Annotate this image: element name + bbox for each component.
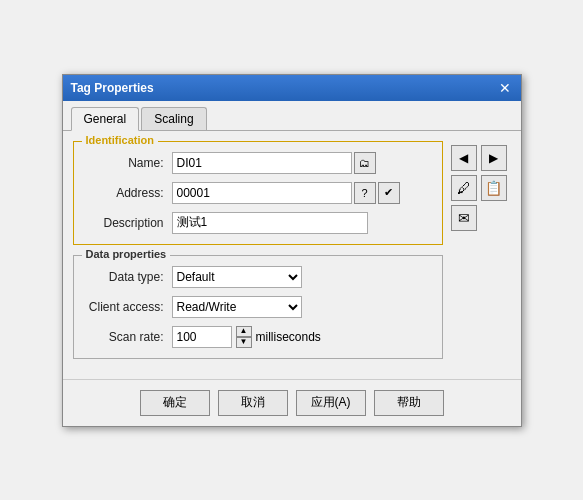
data-type-select[interactable]: Default Boolean Integer Float String	[172, 266, 302, 288]
footer: 确定 取消 应用(A) 帮助	[63, 379, 521, 426]
mail-row: ✉	[451, 205, 511, 231]
tag-edit-icon: 🖊	[457, 180, 471, 196]
description-input[interactable]	[172, 212, 368, 234]
address-field-container: ? ✔	[172, 182, 400, 204]
question-icon: ?	[361, 187, 367, 199]
nav-left-button[interactable]: ◀	[451, 145, 477, 171]
scan-rate-unit: milliseconds	[256, 330, 321, 344]
close-button[interactable]: ✕	[497, 81, 513, 95]
title-bar: Tag Properties ✕	[63, 75, 521, 101]
copy-icon: 📋	[485, 180, 502, 196]
dialog-title: Tag Properties	[71, 81, 154, 95]
identification-title: Identification	[82, 134, 158, 146]
spin-down-button[interactable]: ▼	[236, 337, 252, 348]
client-access-label: Client access:	[84, 300, 164, 314]
nav-left-icon: ◀	[459, 151, 468, 165]
database-icon: 🗂	[359, 157, 370, 169]
data-type-label: Data type:	[84, 270, 164, 284]
tab-bar: General Scaling	[63, 101, 521, 131]
tag-edit-button[interactable]: 🖊	[451, 175, 477, 201]
help-button[interactable]: 帮助	[374, 390, 444, 416]
identification-group: Identification Name: 🗂 Address:	[73, 141, 443, 245]
confirm-button[interactable]: 确定	[140, 390, 210, 416]
description-row: Description	[84, 212, 432, 234]
address-input[interactable]	[172, 182, 352, 204]
check-icon: ✔	[384, 186, 393, 199]
nav-right-icon: ▶	[489, 151, 498, 165]
address-label: Address:	[84, 186, 164, 200]
left-panel: Identification Name: 🗂 Address:	[73, 141, 443, 369]
spin-up-button[interactable]: ▲	[236, 326, 252, 337]
nav-right-button[interactable]: ▶	[481, 145, 507, 171]
data-properties-title: Data properties	[82, 248, 171, 260]
description-label: Description	[84, 216, 164, 230]
nav-buttons-row: ◀ ▶	[451, 145, 511, 171]
name-row: Name: 🗂	[84, 152, 432, 174]
client-access-select[interactable]: Read/Write Read Only Write Only	[172, 296, 302, 318]
scan-rate-container: ▲ ▼ milliseconds	[172, 326, 321, 348]
name-field-container: 🗂	[172, 152, 376, 174]
address-row: Address: ? ✔	[84, 182, 432, 204]
name-input[interactable]	[172, 152, 352, 174]
main-content: Identification Name: 🗂 Address:	[63, 131, 521, 379]
tab-general[interactable]: General	[71, 107, 140, 131]
tab-scaling[interactable]: Scaling	[141, 107, 206, 130]
icon-buttons-row: 🖊 📋	[451, 175, 511, 201]
scan-rate-input[interactable]	[172, 326, 232, 348]
address-validate-button[interactable]: ✔	[378, 182, 400, 204]
cancel-button[interactable]: 取消	[218, 390, 288, 416]
data-properties-group: Data properties Data type: Default Boole…	[73, 255, 443, 359]
name-label: Name:	[84, 156, 164, 170]
scan-rate-label: Scan rate:	[84, 330, 164, 344]
tag-properties-dialog: Tag Properties ✕ General Scaling Identif…	[62, 74, 522, 427]
right-panel: ◀ ▶ 🖊 📋 ✉	[451, 141, 511, 369]
spin-buttons: ▲ ▼	[236, 326, 252, 348]
mail-icon: ✉	[458, 210, 470, 226]
name-browse-button[interactable]: 🗂	[354, 152, 376, 174]
address-help-button[interactable]: ?	[354, 182, 376, 204]
data-type-row: Data type: Default Boolean Integer Float…	[84, 266, 432, 288]
copy-button[interactable]: 📋	[481, 175, 507, 201]
client-access-row: Client access: Read/Write Read Only Writ…	[84, 296, 432, 318]
scan-rate-row: Scan rate: ▲ ▼ milliseconds	[84, 326, 432, 348]
apply-button[interactable]: 应用(A)	[296, 390, 366, 416]
mail-button[interactable]: ✉	[451, 205, 477, 231]
